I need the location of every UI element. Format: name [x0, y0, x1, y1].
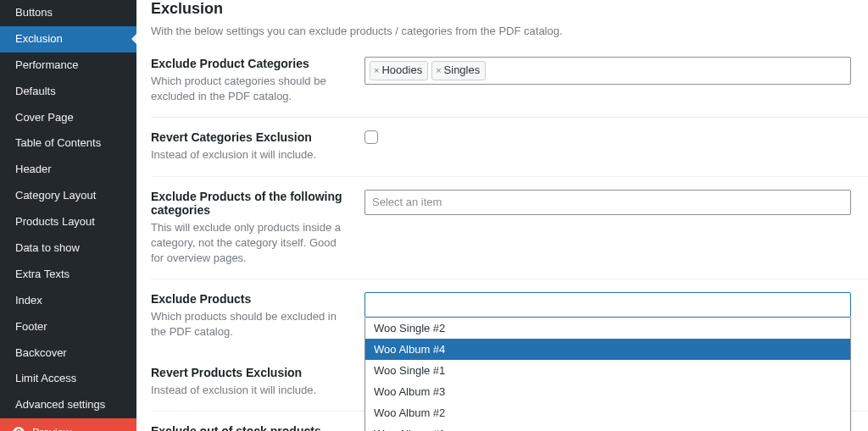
- help-exclude-products-of: This will exclude only products inside a…: [151, 220, 348, 267]
- close-icon[interactable]: ×: [436, 64, 441, 76]
- label-exclude-products-of: Exclude Products of the following catego…: [151, 190, 348, 217]
- row-exclude-products-of: Exclude Products of the following catego…: [151, 177, 868, 280]
- sidebar-item-backcover[interactable]: Backcover: [0, 340, 136, 367]
- option-woo-album-4[interactable]: Woo Album #4: [365, 339, 850, 360]
- sidebar-item-toc[interactable]: Table of Contents: [0, 130, 136, 157]
- page-title: Exclusion: [151, 0, 868, 18]
- page-desc: With the below settings you can exclude …: [151, 25, 868, 37]
- tag-singles[interactable]: × Singles: [431, 61, 486, 80]
- sidebar-item-cover-page[interactable]: Cover Page: [0, 105, 136, 131]
- sidebar-item-index[interactable]: Index: [0, 288, 136, 314]
- sidebar-item-exclusion[interactable]: Exclusion: [0, 26, 136, 52]
- sidebar-item-footer[interactable]: Footer: [0, 314, 136, 340]
- eye-icon: [12, 424, 25, 431]
- help-revert-categories: Instead of exclusion it will include.: [151, 147, 348, 163]
- label-revert-products: Revert Products Exclusion: [151, 366, 348, 379]
- help-exclude-categories: Which product categories should be exclu…: [151, 74, 348, 104]
- sidebar-item-header[interactable]: Header: [0, 157, 136, 183]
- preview-label: Preview: [32, 426, 71, 431]
- sidebar-item-category-layout[interactable]: Category Layout: [0, 183, 136, 209]
- sidebar-item-buttons[interactable]: Buttons: [0, 0, 136, 26]
- exclude-products-input[interactable]: [364, 292, 851, 318]
- close-icon[interactable]: ×: [374, 64, 379, 76]
- exclude-products-of-input[interactable]: [364, 190, 851, 215]
- exclude-products-list[interactable]: Woo Single #2 Woo Album #4 Woo Single #1…: [364, 318, 851, 431]
- option-woo-single-2[interactable]: Woo Single #2: [365, 318, 850, 339]
- help-revert-products: Instead of exclusion it will include.: [151, 383, 348, 398]
- label-exclude-products: Exclude Products: [151, 292, 348, 306]
- sidebar-item-limit-access[interactable]: Limit Access: [0, 366, 136, 392]
- sidebar-item-performance[interactable]: Performance: [0, 52, 136, 79]
- exclude-products-dropdown[interactable]: Woo Single #2 Woo Album #4 Woo Single #1…: [364, 292, 851, 318]
- label-exclude-categories: Exclude Product Categories: [151, 57, 348, 70]
- row-exclude-products: Exclude Products Which products should b…: [151, 279, 868, 352]
- option-woo-single-1[interactable]: Woo Single #1: [365, 360, 850, 381]
- option-woo-album-1[interactable]: Woo Album #1: [365, 423, 850, 431]
- help-exclude-products: Which products should be excluded in the…: [151, 309, 348, 340]
- sidebar-item-data-to-show[interactable]: Data to show: [0, 235, 136, 262]
- row-exclude-categories: Exclude Product Categories Which product…: [151, 44, 868, 118]
- row-revert-categories: Revert Categories Exclusion Instead of e…: [151, 118, 868, 176]
- main-content: Exclusion With the below settings you ca…: [136, 0, 868, 431]
- revert-categories-checkbox[interactable]: [364, 130, 378, 144]
- option-woo-album-2[interactable]: Woo Album #2: [365, 402, 850, 423]
- sidebar-item-products-layout[interactable]: Products Layout: [0, 209, 136, 235]
- categories-tag-input[interactable]: × Hoodies × Singles: [364, 57, 851, 85]
- tag-hoodies[interactable]: × Hoodies: [370, 61, 428, 80]
- label-revert-categories: Revert Categories Exclusion: [151, 130, 348, 144]
- option-woo-album-3[interactable]: Woo Album #3: [365, 381, 850, 402]
- sidebar-item-defaults[interactable]: Defaults: [0, 79, 136, 105]
- sidebar-item-preview[interactable]: Preview: [0, 418, 136, 431]
- label-exclude-oos: Exclude out of stock products: [151, 424, 348, 431]
- sidebar-item-advanced[interactable]: Advanced settings: [0, 392, 136, 418]
- sidebar-item-extra-texts[interactable]: Extra Texts: [0, 262, 136, 288]
- sidebar: Buttons Exclusion Performance Defaults C…: [0, 0, 136, 431]
